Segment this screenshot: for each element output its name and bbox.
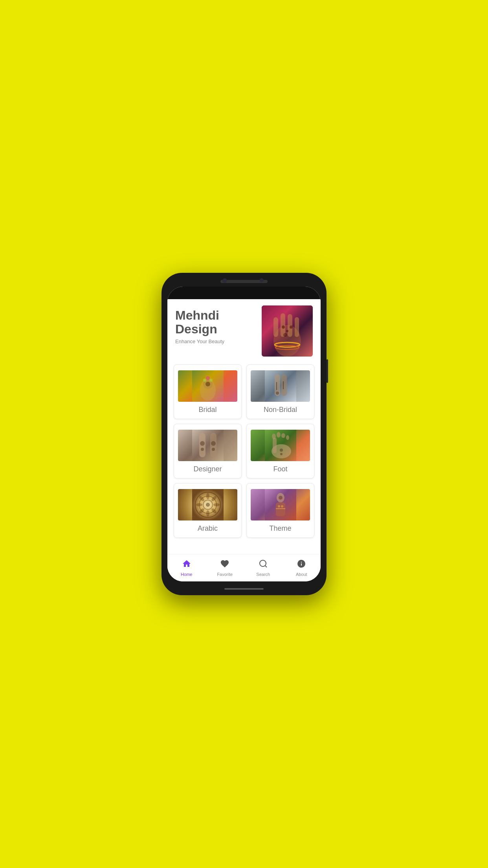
svg-line-62 [265,566,266,567]
svg-rect-34 [273,438,277,453]
svg-rect-2 [273,317,278,337]
grid-row-1: Bridal [174,364,314,419]
svg-rect-5 [295,317,299,337]
search-icon [259,559,268,571]
nav-about-label: About [296,572,307,577]
svg-point-24 [276,392,279,395]
nav-about[interactable]: About [283,559,321,577]
nav-home[interactable]: Home [167,559,206,577]
non-bridal-label: Non-Bridal [264,406,297,414]
svg-rect-56 [276,502,285,516]
info-icon [297,559,306,571]
category-card-theme[interactable]: Theme [246,483,314,538]
svg-rect-19 [265,370,296,402]
svg-point-45 [206,503,210,507]
foot-label: Foot [273,465,287,473]
svg-point-36 [277,432,281,438]
arabic-label: Arabic [198,524,218,533]
bridal-label: Bridal [198,406,216,414]
svg-point-15 [205,382,210,386]
svg-point-61 [260,560,266,566]
svg-point-30 [201,448,204,451]
home-icon [182,559,191,571]
grid-container: Bridal [167,361,321,554]
svg-point-50 [206,510,209,517]
nav-search[interactable]: Search [244,559,283,577]
camera-dot [260,278,264,282]
svg-point-66 [301,562,302,563]
svg-point-6 [282,326,285,329]
header-image [262,305,313,357]
svg-point-31 [212,448,215,451]
svg-point-28 [200,441,205,446]
svg-point-18 [203,379,206,382]
svg-point-59 [278,505,280,508]
svg-point-39 [280,449,283,452]
svg-rect-21 [281,374,287,396]
svg-point-57 [279,496,283,500]
category-card-designer[interactable]: Designer [174,424,242,478]
app-title-line2: Design [175,322,217,336]
svg-point-37 [281,433,285,438]
bottom-navigation: Home Favorite [167,554,321,581]
nav-search-label: Search [256,572,270,577]
grid-row-2: Designer [174,424,314,478]
theme-label: Theme [269,524,291,533]
svg-point-29 [211,441,216,446]
svg-point-48 [213,503,220,506]
notch-bar [167,287,321,299]
category-card-foot[interactable]: Foot [246,424,314,478]
svg-point-52 [196,503,202,506]
grid-row-3: Arabic [174,483,314,538]
bridal-image [178,370,237,402]
app-title: Mehndi Design [175,309,258,336]
side-button [327,359,328,383]
svg-rect-4 [288,314,292,337]
nav-favorite-label: Favorite [217,572,233,577]
svg-point-40 [280,453,283,455]
phone-bottom-bar [224,588,264,590]
heart-icon [220,559,229,571]
svg-point-46 [206,493,209,499]
header-text: Mehndi Design Enhance Your Beauty [175,305,258,344]
svg-point-7 [286,330,288,332]
svg-point-38 [286,435,289,440]
svg-point-9 [283,333,287,337]
foot-image [251,430,310,461]
arabic-image [178,489,237,520]
phone-screen: Mehndi Design Enhance Your Beauty [167,287,321,581]
svg-rect-25 [192,430,224,461]
app-subtitle: Enhance Your Beauty [175,338,258,344]
header-henna-image [262,305,313,357]
designer-label: Designer [193,465,222,473]
nav-home-label: Home [181,572,192,577]
non-bridal-image [251,370,310,402]
svg-point-60 [281,505,283,508]
svg-point-35 [272,434,276,439]
app-title-line1: Mehndi [175,308,219,322]
phone-frame: Mehndi Design Enhance Your Beauty [161,273,327,595]
svg-point-16 [206,376,210,380]
category-card-bridal[interactable]: Bridal [174,364,242,419]
designer-image [178,430,237,461]
theme-image [251,489,310,520]
category-card-arabic[interactable]: Arabic [174,483,242,538]
svg-point-8 [290,326,293,329]
screen-content: Mehndi Design Enhance Your Beauty [167,299,321,581]
category-card-non-bridal[interactable]: Non-Bridal [246,364,314,419]
svg-point-17 [209,379,213,382]
nav-favorite[interactable]: Favorite [206,559,244,577]
header-section: Mehndi Design Enhance Your Beauty [167,299,321,361]
